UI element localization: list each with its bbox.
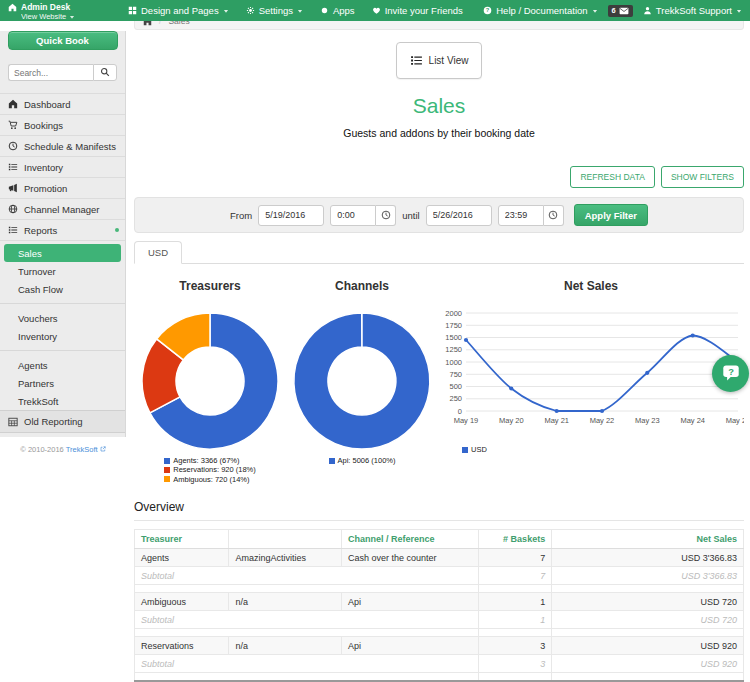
trekksoft-link[interactable]: TrekkSoft: [66, 445, 98, 454]
sidebar-item-inventory[interactable]: Inventory: [0, 156, 125, 177]
menu-settings[interactable]: Settings: [246, 5, 303, 16]
help-documentation-menu[interactable]: ? Help / Documentation: [483, 5, 597, 16]
user-menu[interactable]: TrekkSoft Support: [643, 5, 742, 16]
table-row: Reservationsn/aApi3USD 920: [135, 637, 744, 655]
legend-item: Api: 5006 (100%): [329, 456, 396, 465]
sidebar-item-cash-flow[interactable]: Cash Flow: [0, 280, 125, 298]
brand-title: Admin Desk: [21, 2, 70, 12]
clock-icon: [381, 208, 391, 223]
svg-text:250: 250: [449, 394, 462, 403]
from-date-input[interactable]: [258, 205, 324, 226]
sidebar-item-sales[interactable]: Sales: [4, 244, 121, 262]
treasurers-donut-chart: [140, 311, 280, 451]
col-channel-reference: Channel / Reference: [342, 530, 479, 549]
from-time-input[interactable]: [330, 205, 376, 226]
chart-legend: USD: [462, 445, 487, 454]
chart-legend: Api: 5006 (100%): [329, 456, 396, 465]
tab-usd[interactable]: USD: [134, 241, 182, 264]
sidebar-item-trekksoft[interactable]: TrekkSoft: [0, 392, 125, 410]
external-link-icon: [100, 446, 106, 452]
chart-legend: Agents: 3366 (67%)Reservations: 920 (18%…: [164, 456, 256, 484]
sidebar-item-partners[interactable]: Partners: [0, 374, 125, 392]
sidebar-item-promotion[interactable]: Promotion: [0, 177, 125, 198]
filter-bar: From until Apply Filter: [134, 197, 744, 233]
clock-icon: [548, 208, 558, 223]
spacer-row: [135, 673, 744, 682]
sidebar: Quick Book Dashboard Bookings Schedule &…: [0, 21, 126, 454]
heart-icon: [372, 6, 381, 15]
col-treasurer: Treasurer: [135, 530, 229, 549]
envelope-icon: [619, 7, 629, 15]
table-row: AgentsAmazingActivitiesCash over the cou…: [135, 549, 744, 567]
menu-design-and-pages[interactable]: Design and Pages: [128, 5, 229, 16]
list-view-button[interactable]: List View: [396, 42, 483, 79]
until-time-input[interactable]: [498, 205, 544, 226]
sidebar-item-agents[interactable]: Agents: [0, 356, 125, 374]
svg-text:May 22: May 22: [590, 416, 615, 425]
chart-title: Net Sales: [438, 279, 744, 293]
quick-book-button[interactable]: Quick Book: [8, 31, 118, 50]
support-chat-button[interactable]: ?: [712, 355, 749, 392]
sidebar-item-dashboard[interactable]: Dashboard: [0, 93, 125, 114]
svg-text:May 25: May 25: [726, 416, 744, 425]
divider: [0, 303, 125, 304]
legend-item: Ambiguous: 720 (14%): [164, 475, 256, 484]
sidebar-item-schedule-manifests[interactable]: Schedule & Manifests: [0, 135, 125, 156]
until-date-input[interactable]: [426, 205, 492, 226]
sidebar-item-vouchers[interactable]: Vouchers: [0, 309, 125, 327]
main-content: / Sales List View Sales Guests and addon…: [126, 0, 750, 682]
list-icon: [8, 225, 18, 235]
page-subtitle: Guests and addons by their booking date: [134, 127, 744, 139]
sidebar-item-old-reporting[interactable]: Old Reporting: [0, 410, 125, 433]
show-filters-button[interactable]: SHOW FILTERS: [661, 166, 744, 188]
chevron-down-icon: [592, 8, 598, 14]
search-icon: [100, 65, 110, 80]
spacer-row: [135, 629, 744, 637]
chart-channels: Channels Api: 5006 (100%): [286, 270, 438, 465]
messages-badge[interactable]: 6: [608, 5, 633, 17]
col-net-sales: Net Sales: [552, 530, 744, 549]
subtotal-row: Subtotal1USD 720: [135, 611, 744, 629]
search-button[interactable]: [93, 64, 117, 81]
until-label: until: [402, 210, 419, 221]
search-input[interactable]: [8, 64, 93, 81]
svg-text:1250: 1250: [445, 345, 462, 354]
cart-icon: [8, 120, 18, 130]
apply-filter-button[interactable]: Apply Filter: [574, 204, 648, 226]
chart-treasurers: Treasurers Agents: 3366 (67%)Reservation…: [134, 270, 286, 484]
chat-question-icon: ?: [720, 361, 742, 386]
until-time-clock-button[interactable]: [544, 205, 564, 226]
menu-apps[interactable]: Apps: [320, 5, 355, 16]
chevron-down-icon: [223, 8, 229, 14]
svg-text:?: ?: [728, 367, 734, 377]
net-sales-line-chart: 025050075010001250150017502000May 19May …: [438, 303, 744, 443]
sidebar-item-inventory-report[interactable]: Inventory: [0, 327, 125, 345]
svg-text:1500: 1500: [445, 333, 462, 342]
list-icon: [8, 162, 18, 172]
topbar-menu: Design and Pages Settings Apps Invite yo…: [128, 0, 463, 21]
refresh-data-button[interactable]: REFRESH DATA: [570, 166, 654, 188]
topbar: Admin Desk View Website Design and Pages…: [0, 0, 750, 21]
sidebar-item-turnover[interactable]: Turnover: [0, 262, 125, 280]
view-website-link[interactable]: View Website: [21, 12, 128, 21]
svg-text:1000: 1000: [445, 358, 462, 367]
overview-heading: Overview: [134, 500, 744, 521]
menu-invite-friends[interactable]: Invite your Friends: [372, 5, 463, 16]
sidebar-item-reports[interactable]: Reports: [0, 219, 125, 240]
chart-title: Treasurers: [134, 279, 286, 293]
table-header-row: Treasurer Channel / Reference # Baskets …: [135, 530, 744, 549]
sidebar-item-bookings[interactable]: Bookings: [0, 114, 125, 135]
subtotal-row: Subtotal7USD 3'366.83: [135, 567, 744, 585]
overview-table: Treasurer Channel / Reference # Baskets …: [134, 529, 744, 682]
page-title: Sales: [134, 94, 744, 118]
chart-net-sales: Net Sales 025050075010001250150017502000…: [438, 270, 744, 454]
sidebar-item-channel-manager[interactable]: Channel Manager: [0, 198, 125, 219]
svg-text:0: 0: [458, 407, 462, 416]
brand-block[interactable]: Admin Desk View Website: [0, 0, 128, 21]
from-time-clock-button[interactable]: [376, 205, 396, 226]
svg-text:May 21: May 21: [544, 416, 569, 425]
channels-donut-chart: [292, 311, 432, 451]
chart-title: Channels: [286, 279, 438, 293]
table-icon: [8, 417, 18, 427]
svg-text:500: 500: [449, 382, 462, 391]
